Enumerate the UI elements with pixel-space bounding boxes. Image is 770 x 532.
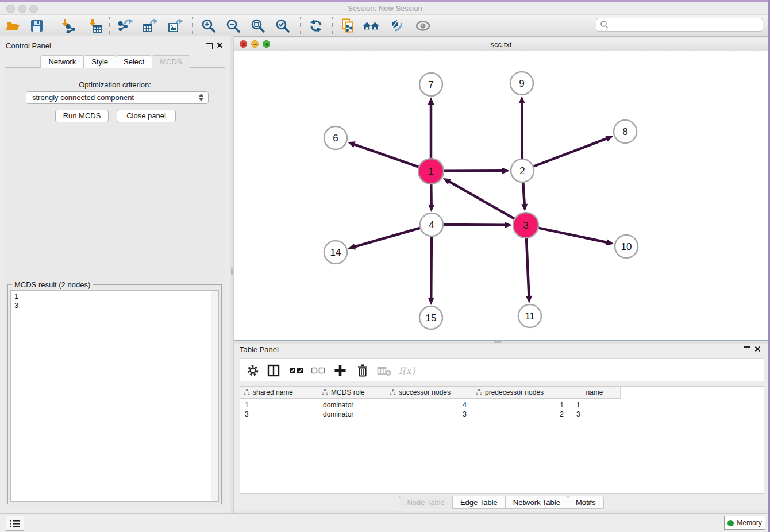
column-header-shared-name[interactable]: shared name: [240, 387, 318, 398]
arrowhead-2-3: [521, 204, 528, 211]
node-3[interactable]: 3: [513, 213, 538, 238]
node-11[interactable]: 11: [518, 304, 541, 327]
network-window-title: scc.txt: [234, 38, 768, 51]
birds-eye-view-icon[interactable]: [415, 18, 431, 34]
show-columns-icon[interactable]: [265, 363, 282, 379]
run-mcds-button[interactable]: Run MCDS: [55, 110, 109, 122]
node-7[interactable]: 7: [419, 73, 442, 96]
control-panel-title: Control Panel: [6, 41, 51, 50]
edge-2-3[interactable]: [523, 182, 525, 205]
splitter-handle[interactable]: [494, 341, 502, 343]
criterion-dropdown[interactable]: strongly connected component: [26, 91, 209, 104]
tab-network[interactable]: Network: [40, 55, 84, 68]
table-row[interactable]: 3dominator323: [240, 410, 764, 419]
zoom-selected-icon[interactable]: [275, 18, 291, 34]
table-settings-icon[interactable]: [245, 363, 261, 379]
open-session-icon[interactable]: [5, 18, 21, 34]
node-10[interactable]: 10: [615, 235, 638, 258]
column-header-predecessor-nodes[interactable]: predecessor nodes: [472, 387, 569, 398]
edge-2-9[interactable]: [522, 102, 522, 160]
zoom-in-icon[interactable]: [201, 18, 217, 34]
edge-4-14[interactable]: [354, 228, 421, 247]
table-row[interactable]: 1dominator411: [240, 400, 764, 410]
cell-mcds-role[interactable]: dominator: [318, 400, 386, 410]
node-6[interactable]: 6: [324, 126, 347, 149]
search-input[interactable]: [609, 20, 763, 30]
column-header-successor-nodes[interactable]: successor nodes: [386, 387, 472, 398]
edge-4-15[interactable]: [431, 236, 432, 299]
edge-3-1[interactable]: [448, 181, 515, 219]
mcds-result-area[interactable]: 1 3: [10, 290, 219, 502]
export-network-icon[interactable]: [118, 18, 134, 34]
vertical-splitter[interactable]: [230, 36, 234, 513]
column-header-name[interactable]: name: [569, 387, 619, 398]
node-9[interactable]: 9: [510, 72, 533, 95]
edge-1-2[interactable]: [443, 171, 503, 171]
memory-button[interactable]: Memory: [724, 516, 765, 530]
table-panel: Table Panel: [234, 344, 768, 511]
tab-node-table[interactable]: Node Table: [399, 496, 453, 509]
node-4[interactable]: 4: [420, 213, 443, 236]
node-2[interactable]: 2: [511, 159, 534, 182]
cell-predecessor-nodes[interactable]: 2: [472, 410, 569, 419]
tab-network-table[interactable]: Network Table: [505, 496, 568, 509]
cell-mcds-role[interactable]: dominator: [318, 410, 386, 419]
show-panels-button[interactable]: [6, 516, 24, 531]
mcds-tab-content: Optimization criterion: strongly connect…: [5, 67, 225, 506]
delete-column-icon[interactable]: [355, 363, 371, 379]
zoom-out-icon[interactable]: [225, 18, 241, 34]
cell-name[interactable]: 1: [569, 400, 619, 410]
graphics-details-icon[interactable]: [389, 18, 405, 34]
close-panel-button[interactable]: Close panel: [117, 110, 176, 122]
cell-name[interactable]: 3: [569, 410, 619, 419]
edge-3-11[interactable]: [526, 237, 529, 297]
window-top-border: [0, 0, 770, 2]
arrowhead-2-8: [605, 136, 613, 141]
splitter-handle[interactable]: [231, 267, 233, 275]
export-image-icon[interactable]: [168, 18, 184, 34]
tab-mcds[interactable]: MCDS: [152, 55, 190, 68]
clone-network-icon[interactable]: [340, 18, 356, 34]
tab-edge-table[interactable]: Edge Table: [452, 496, 506, 509]
close-panel-icon[interactable]: [217, 42, 223, 48]
cell-shared-name[interactable]: 1: [240, 400, 318, 410]
node-8[interactable]: 8: [614, 120, 637, 143]
column-header-mcds-role[interactable]: MCDS role: [318, 387, 386, 398]
node-1[interactable]: 1: [418, 159, 444, 184]
node-14[interactable]: 14: [324, 241, 347, 264]
edge-4-3[interactable]: [442, 225, 506, 225]
network-window: scc.txt 1234678910111415: [234, 38, 768, 341]
import-table-icon[interactable]: [87, 18, 103, 34]
deselect-all-icon[interactable]: [310, 363, 326, 379]
cell-successor-nodes[interactable]: 3: [386, 410, 472, 419]
refresh-icon[interactable]: [308, 18, 324, 34]
network-canvas[interactable]: 1234678910111415: [234, 51, 768, 340]
edge-1-6[interactable]: [353, 144, 419, 167]
tab-motifs[interactable]: Motifs: [568, 496, 604, 509]
arrowhead-4-14: [348, 244, 356, 250]
result-scrollbar[interactable]: [211, 291, 218, 501]
arrowhead-3-10: [606, 239, 614, 245]
import-network-icon[interactable]: [60, 18, 76, 34]
tab-select[interactable]: Select: [116, 55, 152, 68]
cell-shared-name[interactable]: 3: [240, 410, 318, 419]
select-all-icon[interactable]: [288, 363, 305, 379]
export-table-icon[interactable]: [143, 18, 159, 34]
save-session-icon[interactable]: [29, 18, 45, 34]
create-column-icon[interactable]: [332, 363, 348, 379]
edge-2-8[interactable]: [533, 138, 607, 167]
float-panel-icon[interactable]: [744, 346, 750, 353]
svg-text:15: 15: [426, 313, 437, 323]
cell-successor-nodes[interactable]: 4: [386, 400, 472, 410]
float-panel-icon[interactable]: [206, 43, 213, 49]
homes-icon[interactable]: [363, 18, 379, 34]
zoom-fit-icon[interactable]: [250, 18, 266, 34]
tab-style[interactable]: Style: [83, 55, 116, 68]
cell-predecessor-nodes[interactable]: 1: [472, 400, 569, 410]
edge-3-10[interactable]: [538, 228, 608, 242]
network-window-titlebar[interactable]: scc.txt: [234, 38, 768, 51]
mcds-result-group: MCDS result (2 nodes) 1 3: [7, 284, 222, 504]
node-15[interactable]: 15: [419, 306, 442, 329]
close-panel-icon[interactable]: [754, 346, 761, 352]
arrowhead-1-4: [428, 205, 434, 212]
